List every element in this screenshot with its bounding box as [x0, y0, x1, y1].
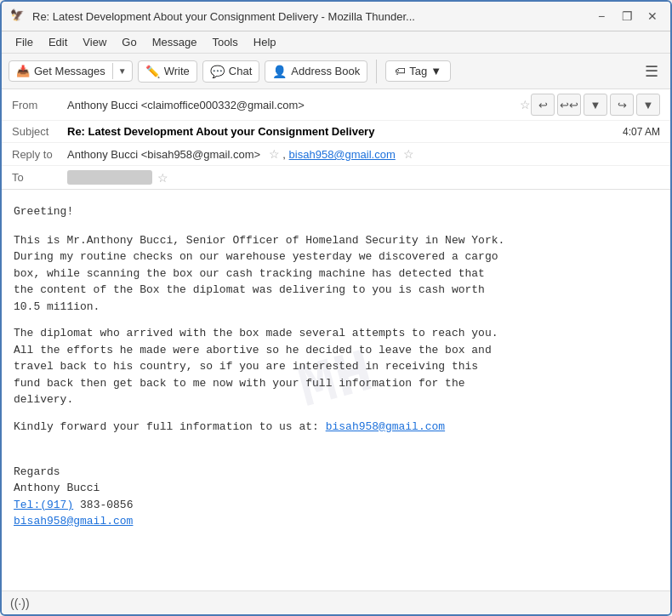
from-label: From — [12, 99, 67, 111]
email2-link[interactable]: bisah958@gmail.com — [14, 515, 133, 528]
connection-icon: ((·)) — [10, 596, 30, 610]
chat-icon: 💬 — [210, 65, 225, 78]
body-paragraph-2: The diplomat who arrived with the box ma… — [14, 325, 658, 408]
reply-to-email-link[interactable]: bisah958@gmail.com — [289, 148, 396, 161]
menu-help[interactable]: Help — [247, 33, 283, 51]
get-messages-arrow[interactable]: ▼ — [112, 63, 132, 79]
menu-tools[interactable]: Tools — [205, 33, 244, 51]
app-icon: 🦅 — [10, 9, 26, 24]
tel-line: Tel:(917) 383-0856 — [14, 497, 658, 514]
address-book-icon: 👤 — [272, 65, 287, 78]
restore-button[interactable]: ❐ — [618, 7, 636, 26]
subject-row: Subject Re: Latest Development About you… — [2, 121, 670, 143]
get-messages-label: Get Messages — [34, 65, 105, 77]
to-value-blurred — [67, 170, 152, 185]
menubar: File Edit View Go Message Tools Help — [2, 31, 670, 54]
reply-to-comma: , — [282, 148, 288, 161]
address-book-label: Address Book — [291, 65, 360, 77]
reply-button[interactable]: ↩ — [531, 94, 555, 116]
reply-to-email-star-icon[interactable]: ☆ — [403, 147, 414, 161]
tag-arrow-icon: ▼ — [430, 65, 441, 77]
nav-buttons: ↩ ↩↩ ▼ ↪ ▼ — [531, 94, 660, 116]
write-button[interactable]: ✏️ Write — [138, 60, 197, 83]
sender-name: Anthony Bucci — [14, 480, 658, 497]
get-messages-button[interactable]: 📥 Get Messages — [9, 61, 112, 81]
subject-value: Re: Latest Development About your Consig… — [67, 125, 623, 138]
nav-more-button[interactable]: ▼ — [636, 94, 660, 116]
chat-button[interactable]: 💬 Chat — [202, 60, 259, 83]
email-body: MH Greeting! This is Mr.Anthony Bucci, S… — [2, 190, 670, 590]
write-label: Write — [164, 65, 190, 77]
tag-button[interactable]: 🏷 Tag ▼ — [385, 60, 451, 82]
reply-to-name: Anthony Bucci <bisah958@gmail.com> — [67, 148, 260, 161]
to-row: To ☆ — [2, 166, 670, 189]
subject-label: Subject — [12, 125, 67, 138]
to-label: To — [12, 171, 67, 184]
tel-link[interactable]: Tel:(917) — [14, 499, 73, 511]
minimize-button[interactable]: − — [592, 7, 611, 26]
body-paragraph-1: This is Mr.Anthony Bucci, Senior Officer… — [14, 232, 658, 316]
hamburger-button[interactable]: ☰ — [640, 59, 663, 84]
get-messages-icon: 📥 — [16, 65, 30, 77]
toolbar-separator — [376, 60, 377, 83]
greeting: Greeting! — [14, 203, 658, 220]
from-star-icon[interactable]: ☆ — [520, 98, 531, 111]
window-title: Re: Latest Development About your Consig… — [32, 10, 415, 23]
reply-all-button[interactable]: ↩↩ — [557, 94, 581, 116]
reply-to-label: Reply to — [12, 148, 67, 161]
chat-label: Chat — [229, 65, 252, 77]
body-forward-line: Kindly forward your full information to … — [14, 419, 658, 436]
titlebar-controls: − ❐ ✕ — [592, 7, 662, 26]
tag-label: Tag — [409, 65, 427, 77]
reply-to-row: Reply to Anthony Bucci <bisah958@gmail.c… — [2, 143, 670, 166]
body-email-link[interactable]: bisah958@gmail.com — [326, 420, 445, 433]
forward-button[interactable]: ↪ — [610, 94, 634, 116]
from-row: From Anthony Bucci <claimoffice000332@gm… — [2, 89, 670, 121]
tag-icon: 🏷 — [395, 65, 406, 77]
from-value: Anthony Bucci <claimoffice000332@gmail.c… — [67, 99, 515, 111]
menu-view[interactable]: View — [76, 33, 113, 51]
email-body-content: Greeting! This is Mr.Anthony Bucci, Seni… — [14, 203, 658, 530]
titlebar-left: 🦅 Re: Latest Development About your Cons… — [10, 9, 415, 24]
email-header: From Anthony Bucci <claimoffice000332@gm… — [2, 89, 670, 190]
toolbar: 📥 Get Messages ▼ ✏️ Write 💬 Chat 👤 Addre… — [2, 54, 670, 89]
regards-line: Regards — [14, 464, 658, 481]
forward-text: Kindly forward your full information to … — [14, 420, 319, 433]
menu-message[interactable]: Message — [145, 33, 204, 51]
main-window: 🦅 Re: Latest Development About your Cons… — [0, 0, 672, 616]
reply-to-value: Anthony Bucci <bisah958@gmail.com> ☆ , b… — [67, 147, 660, 161]
titlebar: 🦅 Re: Latest Development About your Cons… — [2, 2, 670, 31]
get-messages-dropdown[interactable]: 📥 Get Messages ▼ — [9, 60, 133, 82]
menu-file[interactable]: File — [9, 33, 40, 51]
close-button[interactable]: ✕ — [643, 7, 662, 26]
tel-number: 383-0856 — [80, 499, 133, 511]
reply-to-star-icon[interactable]: ☆ — [269, 147, 280, 161]
email-time: 4:07 AM — [623, 126, 660, 138]
menu-edit[interactable]: Edit — [42, 33, 74, 51]
menu-go[interactable]: Go — [115, 33, 143, 51]
write-icon: ✏️ — [145, 65, 160, 78]
address-book-button[interactable]: 👤 Address Book — [265, 60, 367, 83]
nav-down-button[interactable]: ▼ — [584, 94, 607, 116]
email2-line: bisah958@gmail.com — [14, 513, 658, 530]
to-star-icon[interactable]: ☆ — [157, 171, 168, 185]
statusbar: ((·)) — [2, 590, 670, 614]
